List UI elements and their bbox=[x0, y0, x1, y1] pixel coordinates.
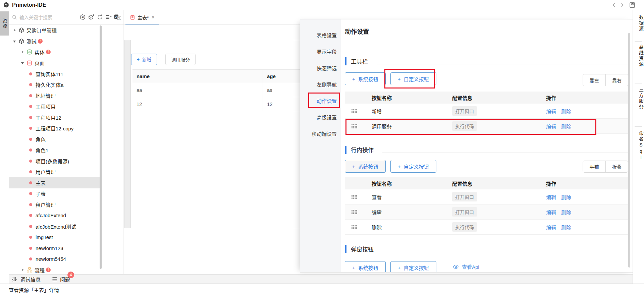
tree-item[interactable]: afcJobExtend bbox=[9, 210, 100, 221]
tree-item[interactable]: 角色 bbox=[9, 134, 100, 145]
drag-handle-icon[interactable] bbox=[345, 124, 372, 128]
nav-forward-icon[interactable] bbox=[620, 3, 625, 7]
menu-item-display-fields[interactable]: 显示字段 bbox=[300, 43, 341, 60]
drag-handle-icon[interactable] bbox=[345, 225, 372, 229]
add-custom-button[interactable]: +自定义按钮 bbox=[390, 261, 436, 273]
tree-item[interactable]: 采购订单管理 bbox=[9, 25, 100, 36]
tile-button[interactable]: 平铺 bbox=[583, 161, 605, 172]
column-header-name[interactable]: name bbox=[132, 73, 263, 79]
edit-link[interactable]: 编辑 bbox=[546, 108, 556, 115]
drag-handle-icon[interactable] bbox=[345, 210, 372, 214]
rail-tab-datasource[interactable]: 数据源 bbox=[633, 15, 644, 32]
config-tag: 打开窗口 bbox=[452, 106, 477, 116]
rail-tab-third-party-services[interactable]: 三方服务 bbox=[633, 87, 644, 110]
chevron-down-icon[interactable] bbox=[21, 61, 24, 65]
rail-tab-named-sql[interactable]: 命名Sql bbox=[633, 131, 644, 161]
view-api-link[interactable]: 查看Api bbox=[453, 263, 479, 270]
tree-item[interactable]: 测试! bbox=[9, 36, 100, 47]
drag-handle-icon[interactable] bbox=[345, 195, 372, 199]
collapse-button[interactable]: 折叠 bbox=[605, 161, 628, 172]
plus-icon: + bbox=[352, 265, 355, 271]
app-title: Primeton-IDE bbox=[12, 2, 46, 8]
preview-call-service-button[interactable]: 调用服务 bbox=[165, 54, 196, 65]
tree-item[interactable]: 查询实体111 bbox=[9, 68, 100, 79]
add-system-button[interactable]: +系统按钮 bbox=[345, 261, 386, 273]
rail-tab-resources[interactable]: 资源 bbox=[0, 11, 9, 36]
edit-link[interactable]: 编辑 bbox=[546, 193, 556, 200]
menu-item-action-settings[interactable]: 动作设置 bbox=[300, 93, 341, 109]
error-badge: ! bbox=[46, 268, 51, 272]
settings-menu: 表格设置 显示字段 快速筛选 左侧导航 动作设置 高级设置 移动端设置 bbox=[300, 19, 341, 272]
tree-item[interactable]: 工程项目 bbox=[9, 101, 100, 112]
tree-item[interactable]: 租户管理 bbox=[9, 199, 100, 210]
add-system-button[interactable]: +系统按钮 bbox=[345, 72, 386, 85]
delete-link[interactable]: 删除 bbox=[561, 193, 571, 200]
problems-button[interactable]: 问题 4 bbox=[51, 276, 70, 283]
tree-item[interactable]: 地址管理 bbox=[9, 90, 100, 101]
delete-link[interactable]: 删除 bbox=[561, 123, 571, 130]
tree-item[interactable]: 持久化实体a bbox=[9, 79, 100, 91]
align-right-button[interactable]: 靠右 bbox=[605, 74, 628, 86]
tree-item[interactable]: 项目(多数据源) bbox=[9, 156, 100, 167]
tree-item[interactable]: newform123 bbox=[9, 243, 100, 254]
tree-item[interactable]: 用户管理 bbox=[9, 167, 100, 178]
tree-scrollbar[interactable] bbox=[100, 25, 102, 269]
delete-link[interactable]: 删除 bbox=[561, 209, 571, 216]
tree-item[interactable]: 页面 bbox=[9, 58, 100, 69]
right-activity-rail: 数据源 离线资源 三方服务 命名Sql bbox=[633, 10, 644, 284]
tree-item[interactable]: 子表 bbox=[9, 188, 100, 199]
edit-link[interactable]: 编辑 bbox=[546, 224, 556, 231]
table-row: 调用服务 执行代码 编辑删除 bbox=[345, 119, 628, 134]
close-icon[interactable]: × bbox=[151, 15, 154, 20]
menu-item-advanced-settings[interactable]: 高级设置 bbox=[300, 109, 341, 125]
add-custom-button[interactable]: +自定义按钮 bbox=[390, 72, 436, 85]
tree-item[interactable]: afcJobExtend测试 bbox=[9, 221, 100, 232]
edit-link[interactable]: 编辑 bbox=[546, 209, 556, 216]
menu-item-table-settings[interactable]: 表格设置 bbox=[300, 27, 341, 43]
add-custom-button[interactable]: +自定义按钮 bbox=[390, 160, 436, 173]
tree-item[interactable]: imgTest bbox=[9, 232, 100, 243]
tree-item[interactable]: 工程项目12 bbox=[9, 112, 100, 123]
chevron-right-icon[interactable] bbox=[21, 268, 24, 272]
edit-link[interactable]: 编辑 bbox=[546, 123, 556, 130]
tree-item[interactable]: 实体! bbox=[9, 47, 100, 58]
explorer-search-row: 输入关键字搜索 AI A文 bbox=[9, 10, 123, 24]
nav-back-icon[interactable] bbox=[612, 3, 616, 7]
chevron-right-icon[interactable] bbox=[21, 50, 24, 54]
ai-assistant-icon[interactable]: AI bbox=[79, 14, 86, 20]
preview-add-button[interactable]: + 新增 bbox=[131, 54, 157, 65]
tree-item-selected[interactable]: 主表 bbox=[9, 177, 100, 188]
chevron-right-icon[interactable] bbox=[13, 28, 16, 32]
tree-item[interactable]: 流程! bbox=[9, 264, 100, 274]
tab-main-table[interactable]: 主表* × bbox=[125, 10, 159, 24]
section-toolbar: 工具栏 bbox=[345, 57, 628, 65]
tree-item[interactable]: 工程项目12-copy bbox=[9, 123, 100, 134]
svg-text:文: 文 bbox=[118, 16, 120, 20]
drag-handle-icon[interactable] bbox=[345, 109, 372, 113]
refresh-icon[interactable] bbox=[97, 14, 103, 20]
svg-text:A: A bbox=[115, 15, 117, 18]
search-input[interactable]: 输入关键字搜索 bbox=[19, 14, 79, 20]
page-dot-icon bbox=[29, 170, 32, 173]
section-popup-buttons: 弹窗按钮 bbox=[345, 245, 628, 253]
translate-icon[interactable]: A文 bbox=[114, 14, 121, 20]
toolbar-add-buttons: +系统按钮 +自定义按钮 bbox=[345, 72, 436, 85]
menu-item-mobile-settings[interactable]: 移动端设置 bbox=[300, 125, 341, 142]
chevron-down-icon[interactable] bbox=[13, 40, 16, 43]
save-icon[interactable] bbox=[629, 2, 635, 8]
tree-item[interactable]: 角色1 bbox=[9, 145, 100, 156]
align-left-button[interactable]: 靠左 bbox=[583, 74, 605, 86]
drawer-scrollbar[interactable] bbox=[628, 33, 630, 268]
tree-item[interactable]: newform5454 bbox=[9, 254, 100, 265]
delete-link[interactable]: 删除 bbox=[561, 224, 571, 231]
rail-tab-offline-resources[interactable]: 离线资源 bbox=[633, 45, 644, 67]
debug-info-button[interactable]: 调试信息 bbox=[11, 276, 41, 283]
resource-explorer: 输入关键字搜索 AI A文 采购订单管理 测试! 实体! 页面 查询实体111 … bbox=[9, 10, 123, 274]
sort-list-icon[interactable] bbox=[105, 14, 112, 20]
plus-icon: + bbox=[352, 164, 355, 169]
menu-item-left-nav[interactable]: 左侧导航 bbox=[300, 76, 341, 93]
add-system-button[interactable]: +系统按钮 bbox=[345, 160, 386, 173]
new-module-icon[interactable] bbox=[88, 14, 95, 20]
menu-item-quick-filter[interactable]: 快速筛选 bbox=[300, 60, 341, 76]
delete-link[interactable]: 删除 bbox=[561, 108, 571, 115]
